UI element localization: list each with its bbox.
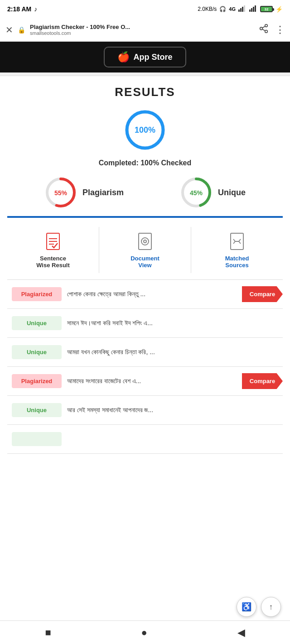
svg-point-8 xyxy=(265,24,268,27)
tab-sentence-label: SentenceWise Result xyxy=(36,255,70,269)
svg-point-10 xyxy=(265,30,268,33)
plagiarism-indicator: 55% Plagiarism xyxy=(44,176,124,209)
headphone-icon: 🎧 xyxy=(219,6,226,12)
menu-icon[interactable]: ⋮ xyxy=(275,24,285,36)
results-heading: RESULTS xyxy=(7,85,283,99)
bottom-nav: ■ ● ◀ xyxy=(0,620,290,644)
svg-rect-3 xyxy=(244,5,245,12)
nav-square-button[interactable]: ■ xyxy=(45,627,51,639)
svg-rect-7 xyxy=(255,5,256,12)
svg-line-12 xyxy=(262,26,265,28)
share-icon[interactable] xyxy=(259,24,269,36)
status-right: 2.0KB/s 🎧 4G 32 ⚡ xyxy=(198,5,283,13)
close-button[interactable]: ✕ xyxy=(5,24,13,35)
apple-icon: 🍎 xyxy=(117,51,130,63)
completed-text: Completed: 100% Checked xyxy=(7,159,283,167)
plagiarism-percent: 55% xyxy=(54,189,68,197)
svg-line-30 xyxy=(239,239,241,241)
document-view-icon xyxy=(135,231,155,251)
unique-circle: 45% xyxy=(180,176,213,209)
badge-plagiarized-4: Plagiarized xyxy=(12,374,62,388)
result-row-2: Unique সামনে ঈদ।আশা করি সবাই ঈদ শপিং এ..… xyxy=(7,309,283,338)
svg-rect-1 xyxy=(240,8,242,12)
nav-back-button[interactable]: ◀ xyxy=(237,627,245,639)
status-left: 2:18 AM ♪ xyxy=(7,5,37,13)
accessibility-button[interactable]: ♿ xyxy=(237,597,256,617)
battery-icon: 32 xyxy=(260,6,273,12)
svg-line-31 xyxy=(239,241,241,244)
svg-point-9 xyxy=(260,27,263,30)
compare-button-1[interactable]: Compare xyxy=(242,286,283,302)
browser-bar: ✕ 🔒 Plagiarism Checker - 100% Free O... … xyxy=(0,18,290,42)
tab-matched-sources[interactable]: MatchedSources xyxy=(191,227,283,273)
result-row-3: Unique আমরা যখন কোনকিছু কেনার চিন্তা করি… xyxy=(7,338,283,367)
svg-line-29 xyxy=(233,241,235,244)
tab-sentence-wise[interactable]: SentenceWise Result xyxy=(7,227,99,273)
scroll-up-button[interactable]: ↑ xyxy=(261,597,281,617)
tab-document-label: DocumentView xyxy=(130,255,160,269)
result-text-2: সামনে ঈদ।আশা করি সবাই ঈদ শপিং এ... xyxy=(65,315,283,332)
compare-button-4[interactable]: Compare xyxy=(242,373,283,389)
result-text-3: আমরা যখন কোনকিছু কেনার চিন্তা করি, ... xyxy=(65,344,283,360)
app-store-banner[interactable]: 🍎 App Store xyxy=(0,42,290,72)
svg-line-28 xyxy=(233,239,235,241)
matched-sources-icon xyxy=(227,231,247,251)
result-row-1: Plagiarized পোশাক কেনার ক্ষেত্রে আমরা কি… xyxy=(7,280,283,309)
blue-separator xyxy=(7,216,283,218)
sentence-wise-icon xyxy=(43,231,63,251)
svg-line-11 xyxy=(262,29,265,31)
unique-label: Unique xyxy=(218,188,246,197)
domain-label: smallseotools.com xyxy=(30,30,254,36)
result-rows: Plagiarized পোশাক কেনার ক্ষেত্রে আমরা কি… xyxy=(7,280,283,454)
badge-plagiarized-1: Plagiarized xyxy=(12,287,62,301)
lock-icon: 🔒 xyxy=(18,26,25,34)
result-text-5: আর সেই সমস্যা সমাধানেই আপনাদের জ... xyxy=(65,402,283,418)
result-row-6 xyxy=(7,425,283,454)
accessibility-icon: ♿ xyxy=(242,602,251,612)
plagiarism-label: Plagiarism xyxy=(82,188,124,197)
badge-unique-5: Unique xyxy=(12,403,62,417)
result-row-5: Unique আর সেই সমস্যা সমাধানেই আপনাদের জ.… xyxy=(7,396,283,425)
square-icon: ■ xyxy=(45,627,51,639)
main-content: RESULTS 100% Completed: 100% Checked 55%… xyxy=(0,76,290,454)
progress-circle-container: 100% xyxy=(7,107,283,153)
svg-rect-2 xyxy=(242,7,243,12)
url-area[interactable]: Plagiarism Checker - 100% Free O... smal… xyxy=(30,24,254,36)
nav-circle-button[interactable]: ● xyxy=(141,627,147,639)
network-icon: 4G xyxy=(229,6,236,12)
svg-rect-23 xyxy=(139,233,151,250)
app-store-label: App Store xyxy=(133,53,172,62)
plagiarism-circle: 55% xyxy=(44,176,77,209)
progress-circle: 100% xyxy=(122,107,168,153)
scroll-up-icon: ↑ xyxy=(269,602,273,612)
unique-percent: 45% xyxy=(190,189,203,197)
mini-circles-row: 55% Plagiarism Unique 45% xyxy=(7,176,283,209)
browser-actions: ⋮ xyxy=(259,24,285,36)
result-row-4: Plagiarized আমাদের সংসারের বাজেটের বেশ এ… xyxy=(7,367,283,396)
section-divider xyxy=(0,72,290,76)
svg-rect-0 xyxy=(238,10,240,12)
charging-icon: ⚡ xyxy=(276,6,283,13)
speed-display: 2.0KB/s xyxy=(198,6,217,12)
result-text-4: আমাদের সংসারের বাজেটের বেশ এ... xyxy=(65,373,242,389)
svg-point-24 xyxy=(141,238,149,245)
circle-icon: ● xyxy=(141,627,147,639)
tab-matched-label: MatchedSources xyxy=(225,255,249,269)
signal-bars-icon xyxy=(238,5,246,13)
badge-unique-6 xyxy=(12,432,62,446)
unique-indicator: Unique 45% xyxy=(180,176,246,209)
tab-document-view[interactable]: DocumentView xyxy=(99,227,191,273)
badge-unique-2: Unique xyxy=(12,316,62,330)
tabs-row: SentenceWise Result DocumentView Matched… xyxy=(7,227,283,280)
page-title: Plagiarism Checker - 100% Free O... xyxy=(30,24,254,30)
result-text-1: পোশাক কেনার ক্ষেত্রে আমরা কিন্তু ... xyxy=(65,286,242,303)
time-display: 2:18 AM xyxy=(7,5,31,13)
svg-rect-4 xyxy=(249,10,251,12)
svg-point-25 xyxy=(144,240,146,243)
svg-rect-5 xyxy=(251,8,252,12)
app-store-button[interactable]: 🍎 App Store xyxy=(104,47,186,67)
status-bar: 2:18 AM ♪ 2.0KB/s 🎧 4G 32 ⚡ xyxy=(0,0,290,18)
svg-rect-6 xyxy=(253,7,254,12)
floating-buttons: ♿ ↑ xyxy=(237,597,281,617)
back-icon: ◀ xyxy=(237,627,245,639)
